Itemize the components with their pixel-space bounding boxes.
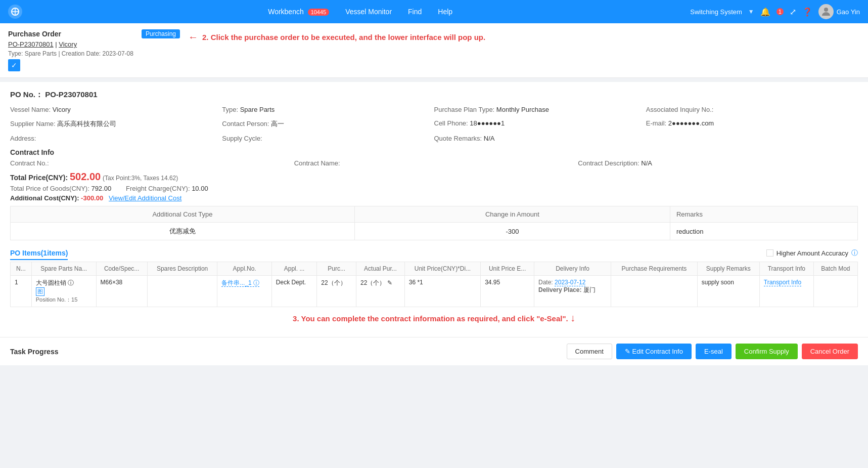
col-code: Code/Spec... [96,262,147,276]
po-items-title: PO Items(1items) [10,249,68,257]
question-icon[interactable]: ❓ [802,7,812,17]
help-link[interactable]: Help [438,8,452,16]
row-appl-no: 备件串..._1 ⓘ [217,276,271,307]
po-status-badge: Purchasing [142,29,180,38]
annotation-2: ← 2. Click the purchase order to be exec… [188,31,485,43]
col-no: N... [11,262,32,276]
annotation-3: 3. You can complete the contract informa… [10,307,858,329]
vessel-info: Vessel Name: Vicory [10,106,222,113]
row-purc: 22（个） [317,276,356,307]
row-transport: Transport Info [759,276,813,307]
col-transport: Transport Info [759,262,813,276]
nav-right-section: Switching System ▼ 🔔 1 ⤢ ❓ Gao Yin [690,4,860,19]
expand-icon[interactable]: ⤢ [790,7,796,17]
workbench-link[interactable]: Workbench 10445 [268,8,329,16]
appl-no-link[interactable]: 备件串..._1 ⓘ [221,279,259,287]
row-no: 1 [11,276,32,307]
items-table: N... Spare Parts Na... Code/Spec... Spar… [10,262,858,307]
contract-grid: Contract No.: Contract Name: Contract De… [10,159,858,167]
cost-type-cell: 优惠减免 [11,223,355,240]
contract-info-title: Contract Info [10,148,858,156]
footer-bar: Task Progress Comment ✎ Edit Contract In… [0,337,868,365]
row-unit-price-e: 34.95 [481,276,534,307]
row-supply-remarks: supply soon [697,276,759,307]
col-appl-no: Appl.No. [217,262,271,276]
eseal-button[interactable]: E-seal [696,344,732,359]
row-appl: Deck Dept. [271,276,316,307]
find-link[interactable]: Find [408,8,422,16]
task-progress-label: Task Progress [10,348,58,356]
col-purchase-req: Purchase Requirements [611,262,698,276]
change-amount-cell: -300 [354,223,670,240]
info-grid-2: Supplier Name: 高乐高科技有限公司 Contact Person:… [10,119,858,129]
footer-buttons: Comment ✎ Edit Contract Info E-seal Conf… [567,344,858,359]
col-description: Spares Description [147,262,217,276]
higher-accuracy-checkbox[interactable] [766,249,773,257]
po-meta: Type: Spare Parts | Creation Date: 2023-… [8,50,180,57]
po-card-title: Purchase Order [8,30,61,38]
cost-table-header-change: Change in Amount [354,206,670,223]
notification-icon[interactable]: 🔔 [760,7,770,17]
col-unit-price: Unit Price(CNY)*Di... [404,262,480,276]
po-links: PO-P23070801 | Vicory [8,40,180,48]
info-icon[interactable]: ⓘ [851,248,858,258]
higher-accuracy-section: Higher Amount Accuracy ⓘ [766,248,858,258]
col-delivery: Delivery Info [534,262,611,276]
total-goods-price: Total Price of Goods(CNY): 792.00 Freigh… [10,185,858,192]
confirm-supply-button[interactable]: Confirm Supply [736,344,798,359]
col-appl: Appl. ... [271,262,316,276]
contract-name-info: Contract Name: [294,159,574,167]
svg-point-3 [824,8,828,12]
row-spare-parts: 大号圆柱销 ⓘ 图 Position No.：15 [31,276,96,307]
supplier-info: Supplier Name: 高乐高科技有限公司 [10,119,222,129]
cost-table: Additional Cost Type Change in Amount Re… [10,206,858,240]
switching-system-link[interactable]: Switching System [690,8,742,16]
view-edit-cost-link[interactable]: View/Edit Additional Cost [109,194,181,202]
row-batch-mod [813,276,857,307]
comment-button[interactable]: Comment [567,344,612,359]
info-grid-1: Vessel Name: Vicory Type: Spare Parts Pu… [10,106,858,113]
purchase-plan-info: Purchase Plan Type: Monthly Purchase [434,106,646,113]
col-batch-mod: Batch Mod [813,262,857,276]
total-price: Total Price(CNY): 502.00 (Tax Point:3%, … [10,171,858,183]
po-number-heading: PO No.： PO-P23070801 [10,90,858,100]
row-description [147,276,217,307]
total-price-value: 502.00 [70,171,101,182]
col-unit-price-e: Unit Price E... [481,262,534,276]
additional-cost-row: Additional Cost(CNY): -300.00 View/Edit … [10,194,858,202]
user-info: Gao Yin [818,4,860,19]
top-navigation: Workbench 10445 Vessel Monitor Find Help… [0,0,868,23]
po-items-header: PO Items(1items) Higher Amount Accuracy … [10,248,858,258]
transport-info-link[interactable]: Transport Info [764,279,801,286]
col-actual-pur: Actual Pur... [356,262,405,276]
contract-no-info: Contract No.: [10,159,290,167]
info-grid-3: Address: Supply Cycle: Quote Remarks: N/… [10,135,858,142]
items-table-row: 1 大号圆柱销 ⓘ 图 Position No.：15 M66×38 备件串..… [11,276,858,307]
type-info: Type: Spare Parts [222,106,434,113]
associated-inquiry-info: Associated Inquiry No.: [646,106,858,113]
col-supply-remarks: Supply Remarks [697,262,759,276]
user-name: Gao Yin [837,8,860,16]
workbench-badge: 10445 [308,9,330,16]
logo-icon[interactable] [8,5,22,19]
delivery-date-link[interactable]: 2023-07-12 [555,279,585,286]
remarks-cell: reduction [670,223,857,240]
cost-table-row: 优惠减免 -300 reduction [11,223,858,240]
cost-table-header-remarks: Remarks [670,206,857,223]
higher-accuracy-label: Higher Amount Accuracy [776,249,848,257]
cost-table-header-type: Additional Cost Type [11,206,355,223]
po-card: Purchase Order Purchasing PO-P23070801 |… [0,23,868,78]
col-spare-parts: Spare Parts Na... [31,262,96,276]
edit-contract-button[interactable]: ✎ Edit Contract Info [616,344,692,359]
supply-cycle-info: Supply Cycle: [222,135,434,142]
contract-desc-info: Contract Description: N/A [578,159,858,167]
row-purchase-req [611,276,698,307]
vessel-monitor-link[interactable]: Vessel Monitor [345,8,392,16]
cancel-order-button[interactable]: Cancel Order [802,344,858,359]
supplier-link[interactable]: Vicory [59,40,77,48]
email-info: E-mail: 2●●●●●●●.com [646,119,858,129]
avatar [818,4,834,19]
address-info: Address: [10,135,222,142]
contact-info: Contact Person: 高一 [222,119,434,129]
po-number-link[interactable]: PO-P23070801 [8,40,54,48]
